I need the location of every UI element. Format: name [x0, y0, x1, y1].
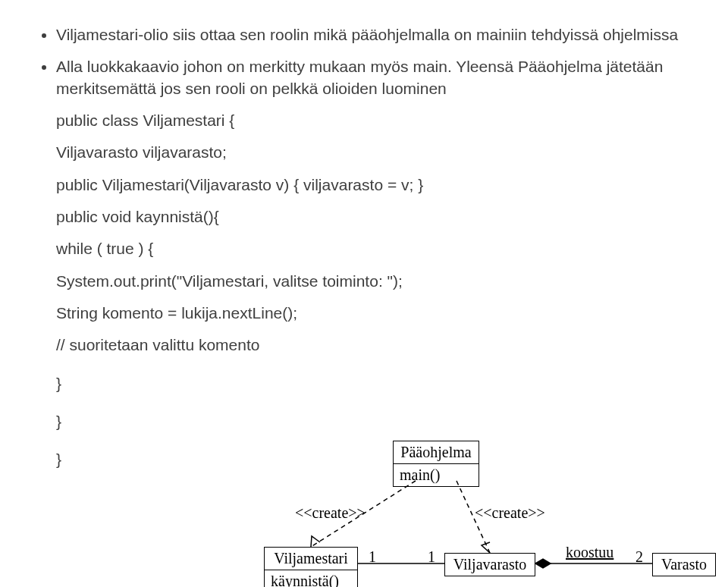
uml-paaohjelma-box: Pääohjelma main()	[393, 441, 479, 487]
uml-viljavarasto-name: Viljavarasto	[445, 554, 535, 576]
code-line: }	[56, 373, 692, 394]
uml-create-label-left: <<create>>	[295, 503, 366, 523]
code-line: Viljavarasto viljavarasto;	[56, 142, 692, 163]
uml-create-label-right: <<create>>	[475, 503, 545, 523]
code-line: public class Viljamestari {	[56, 110, 692, 131]
code-line: System.out.print("Viljamestari, valitse …	[56, 271, 692, 292]
uml-varasto-name: Varasto	[653, 554, 715, 576]
uml-viljamestari-box: Viljamestari käynnistä()	[264, 547, 358, 587]
bullet-2: Alla luokkakaavio johon on merkitty muka…	[56, 56, 692, 99]
uml-paaohjelma-name: Pääohjelma	[394, 441, 479, 463]
uml-viljamestari-name: Viljamestari	[265, 548, 357, 570]
uml-viljamestari-method: käynnistä()	[265, 570, 357, 587]
code-line: while ( true ) {	[56, 238, 692, 259]
code-block: public class Viljamestari { Viljavarasto…	[56, 110, 692, 471]
uml-multiplicity-right: 1	[428, 547, 435, 567]
code-line: public void kaynnistä(){	[56, 206, 692, 228]
uml-diagram: Pääohjelma main() Viljamestari käynnistä…	[264, 441, 719, 587]
bullet-1: Viljamestari-olio siis ottaa sen roolin …	[56, 24, 692, 46]
uml-varasto-box: Varasto	[652, 553, 716, 576]
code-line: // suoritetaan valittu komento	[56, 334, 692, 356]
code-line: String komento = lukija.nextLine();	[56, 303, 692, 324]
code-line: }	[56, 411, 692, 432]
code-line: public Viljamestari(Viljavarasto v) { vi…	[56, 174, 692, 196]
svg-marker-4	[535, 559, 551, 568]
uml-multiplicity-left: 1	[369, 547, 376, 567]
uml-koostuu-label: koostuu	[566, 542, 613, 563]
uml-viljavarasto-box: Viljavarasto	[444, 553, 535, 576]
uml-paaohjelma-method: main()	[394, 463, 479, 486]
uml-multiplicity-varasto: 2	[635, 547, 643, 567]
